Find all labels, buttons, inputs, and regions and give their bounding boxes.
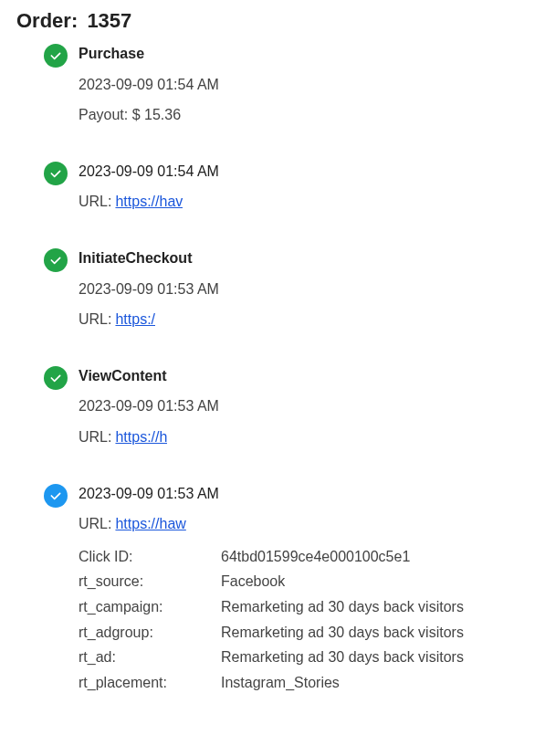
event-body: 2023-09-09 01:54 AM URL: https://hav — [79, 162, 219, 212]
detail-key: rt_placement: — [79, 673, 214, 693]
event-item: Purchase 2023-09-09 01:54 AM Payout: $ 1… — [16, 44, 529, 125]
check-circle-green-icon — [44, 366, 68, 390]
detail-key: rt_ad: — [79, 647, 214, 667]
url-label: URL: — [79, 514, 111, 534]
event-item: 2023-09-09 01:54 AM URL: https://hav — [16, 162, 529, 212]
check-circle-blue-icon — [44, 484, 68, 508]
event-url-row: URL: https://hav — [79, 192, 219, 212]
event-body: InitiateCheckout 2023-09-09 01:53 AM URL… — [79, 248, 219, 330]
detail-value: Remarketing ad 30 days back visitors — [221, 647, 464, 667]
event-timestamp: 2023-09-09 01:53 AM — [79, 396, 219, 416]
detail-key: Click ID: — [79, 547, 214, 567]
url-label: URL: — [79, 310, 111, 330]
event-timestamp: 2023-09-09 01:54 AM — [79, 75, 219, 95]
order-label: Order: — [16, 9, 78, 32]
event-url-link[interactable]: https:/ — [115, 310, 155, 330]
check-circle-green-icon — [44, 44, 68, 68]
detail-key: rt_source: — [79, 572, 214, 592]
event-body: ViewContent 2023-09-09 01:53 AM URL: htt… — [79, 366, 219, 447]
event-details-table: Click ID: 64tbd01599ce4e000100c5e1 rt_so… — [79, 547, 464, 693]
payout-label: Payout: — [79, 107, 128, 122]
event-status-icon-wrap — [44, 366, 68, 390]
event-item: ViewContent 2023-09-09 01:53 AM URL: htt… — [16, 366, 529, 447]
event-url-row: URL: https://h — [79, 427, 219, 447]
event-item: 2023-09-09 01:53 AM URL: https://haw Cli… — [16, 484, 529, 693]
event-item: InitiateCheckout 2023-09-09 01:53 AM URL… — [16, 248, 529, 330]
event-url-link[interactable]: https://h — [115, 427, 167, 447]
detail-value: Facebook — [221, 572, 464, 592]
url-label: URL: — [79, 427, 111, 447]
event-timestamp: 2023-09-09 01:54 AM — [79, 162, 219, 182]
event-status-icon-wrap — [44, 44, 68, 68]
event-url-link[interactable]: https://haw — [115, 514, 185, 534]
event-title: InitiateCheckout — [79, 248, 219, 268]
detail-key: rt_campaign: — [79, 597, 214, 617]
event-payout: Payout: $ 15.36 — [79, 105, 219, 125]
event-status-icon-wrap — [44, 484, 68, 508]
event-timeline: Purchase 2023-09-09 01:54 AM Payout: $ 1… — [16, 44, 529, 692]
event-timestamp: 2023-09-09 01:53 AM — [79, 484, 464, 504]
event-url-row: URL: https://haw — [79, 514, 462, 534]
check-circle-green-icon — [44, 162, 68, 185]
check-circle-green-icon — [44, 248, 68, 272]
event-body: Purchase 2023-09-09 01:54 AM Payout: $ 1… — [79, 44, 219, 125]
event-status-icon-wrap — [44, 162, 68, 185]
detail-value: Remarketing ad 30 days back visitors — [221, 623, 464, 643]
detail-value: 64tbd01599ce4e000100c5e1 — [221, 547, 464, 567]
detail-key: rt_adgroup: — [79, 623, 214, 643]
event-url-link[interactable]: https://hav — [115, 192, 183, 212]
order-title: Order: 1357 — [16, 9, 529, 33]
event-body: 2023-09-09 01:53 AM URL: https://haw Cli… — [79, 484, 464, 693]
event-title: ViewContent — [79, 366, 219, 386]
event-url-row: URL: https:/ — [79, 310, 219, 330]
event-title: Purchase — [79, 44, 219, 64]
url-label: URL: — [79, 192, 111, 212]
detail-value: Instagram_Stories — [221, 673, 464, 693]
order-events-panel: Order: 1357 Purchase 2023-09-09 01:54 AM… — [0, 0, 545, 714]
event-timestamp: 2023-09-09 01:53 AM — [79, 279, 219, 299]
event-status-icon-wrap — [44, 248, 68, 272]
order-id: 1357 — [87, 9, 131, 32]
payout-value: $ 15.36 — [132, 107, 181, 122]
detail-value: Remarketing ad 30 days back visitors — [221, 597, 464, 617]
